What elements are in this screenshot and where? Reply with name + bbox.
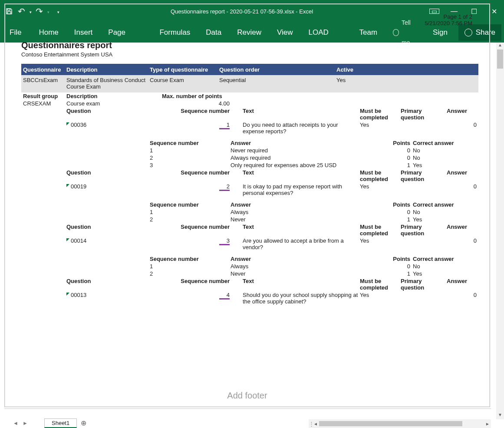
page-header-right: Page 1 of 2 5/21/2020 7:56 PM	[425, 13, 472, 26]
page-timestamp: 5/21/2020 7:56 PM	[425, 20, 472, 26]
page-indicator: Page 1 of 2	[425, 13, 472, 20]
print-preview-page: Page 1 of 2 5/21/2020 7:56 PM Questionna…	[4, 3, 490, 43]
report-title: Questionnaires report	[21, 40, 478, 43]
